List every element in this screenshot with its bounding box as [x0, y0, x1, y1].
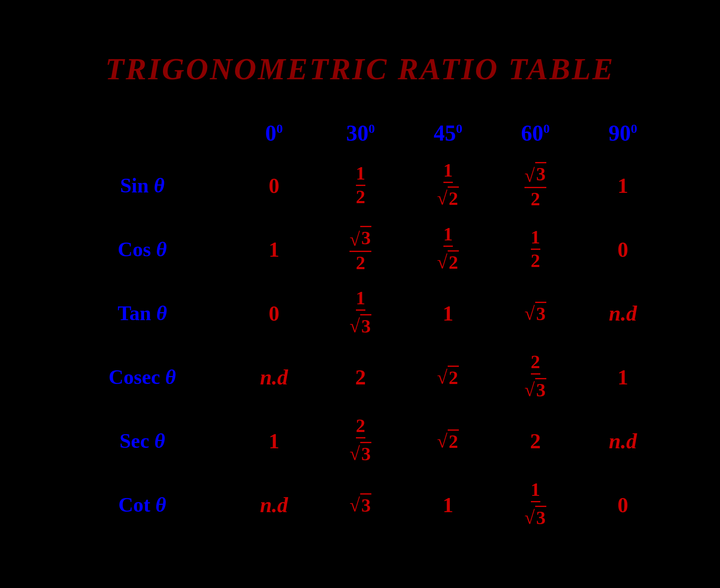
cos-0: 1 — [231, 217, 317, 281]
cos-90: 0 — [579, 217, 667, 281]
cot-30: √3 — [317, 473, 404, 537]
angle-0: 00 — [231, 113, 317, 153]
sec-0: 1 — [231, 409, 317, 473]
sin-30: 1 2 — [317, 153, 404, 217]
tan-30: 1 √3 — [317, 281, 404, 345]
sin-row: Sin θ 0 1 2 1 √2 — [54, 153, 667, 217]
cot-row: Cot θ n.d √3 1 1 — [54, 473, 667, 537]
sec-label: Sec θ — [54, 409, 232, 473]
angle-60: 600 — [492, 113, 579, 153]
sin-60: √3 2 — [492, 153, 579, 217]
sin-45: 1 √2 — [404, 153, 492, 217]
trig-table: 00 300 450 600 900 Sin θ 0 1 2 — [54, 113, 667, 537]
page-title: TRIGONOMETRIC RATIO TABLE — [54, 51, 667, 87]
angle-90: 900 — [579, 113, 667, 153]
tan-45: 1 — [404, 281, 492, 345]
main-container: TRIGONOMETRIC RATIO TABLE 00 300 450 600… — [28, 34, 693, 554]
cosec-60: 2 √3 — [492, 345, 579, 409]
cosec-row: Cosec θ n.d 2 √2 2 — [54, 345, 667, 409]
empty-header — [54, 113, 232, 153]
cot-45: 1 — [404, 473, 492, 537]
tan-label: Tan θ — [54, 281, 232, 345]
sec-90: n.d — [579, 409, 667, 473]
cot-0: n.d — [231, 473, 317, 537]
tan-60: √3 — [492, 281, 579, 345]
cos-60: 1 2 — [492, 217, 579, 281]
tan-90: n.d — [579, 281, 667, 345]
cos-30: √3 2 — [317, 217, 404, 281]
sec-30: 2 √3 — [317, 409, 404, 473]
cot-90: 0 — [579, 473, 667, 537]
angle-45: 450 — [404, 113, 492, 153]
cos-45: 1 √2 — [404, 217, 492, 281]
sec-row: Sec θ 1 2 √3 √2 — [54, 409, 667, 473]
sec-45: √2 — [404, 409, 492, 473]
angle-30: 300 — [317, 113, 404, 153]
cos-label: Cos θ — [54, 217, 232, 281]
cosec-label: Cosec θ — [54, 345, 232, 409]
cosec-30: 2 — [317, 345, 404, 409]
cosec-90: 1 — [579, 345, 667, 409]
sin-label: Sin θ — [54, 153, 232, 217]
cos-row: Cos θ 1 √3 2 1 — [54, 217, 667, 281]
cosec-0: n.d — [231, 345, 317, 409]
cot-label: Cot θ — [54, 473, 232, 537]
cot-60: 1 √3 — [492, 473, 579, 537]
sec-60: 2 — [492, 409, 579, 473]
tan-0: 0 — [231, 281, 317, 345]
sin-90: 1 — [579, 153, 667, 217]
cosec-45: √2 — [404, 345, 492, 409]
tan-row: Tan θ 0 1 √3 1 — [54, 281, 667, 345]
sin-0: 0 — [231, 153, 317, 217]
